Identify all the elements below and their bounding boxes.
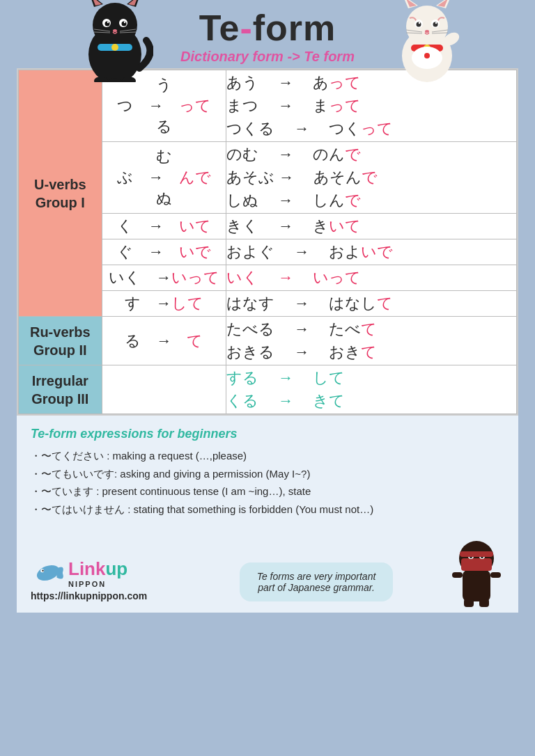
example-line: あう → あって: [226, 72, 516, 93]
main-table-wrapper: U-verbs Group I う つ → って る あう → あって: [17, 68, 518, 416]
title-form: form: [253, 8, 336, 48]
example-line: まつ → まって: [226, 95, 516, 116]
example-line: くる → きて: [226, 391, 516, 411]
svg-point-34: [425, 30, 429, 33]
ru-verbs-label-text: Ru-verbs Group II: [19, 323, 102, 359]
header-subtitle: Dictionary form -> Te form: [180, 49, 355, 65]
header-center: Te-form Dictionary form -> Te form: [180, 7, 355, 65]
speech-bubble-text: Te forms are very important part of Japa…: [257, 571, 376, 593]
rule-text: む ぶ → んで ぬ: [102, 146, 226, 209]
u-verbs-label: U-verbs Group I: [19, 70, 102, 317]
example-cell-su: はなす → はなして: [226, 291, 517, 317]
footer-title: Te-form expressions for beginners: [31, 427, 504, 441]
rule-text: す →して: [102, 293, 226, 314]
svg-point-1: [93, 3, 137, 47]
black-cat-icon: [77, 0, 153, 68]
svg-rect-58: [479, 599, 489, 607]
svg-point-12: [113, 29, 117, 32]
rule-cell-irregular: [102, 365, 226, 414]
footer-section: Te-form expressions for beginners ・〜てくださ…: [17, 416, 518, 525]
speech-bubble: Te forms are very important part of Japa…: [240, 562, 393, 601]
svg-point-43: [424, 53, 430, 58]
rule-text: ぐ → いで: [102, 242, 226, 262]
example-line: あそぶ→ あそんで: [226, 167, 516, 188]
footer-bottom: Linkup NIPPON https://linkupnippon.com T…: [17, 525, 518, 613]
example-cell-gu: およぐ → およいで: [226, 239, 517, 265]
rule-cell-iku: いく →いって: [102, 265, 226, 291]
page-title: Te-form: [199, 7, 336, 49]
example-line: たべる → たべて: [226, 319, 516, 340]
table-row: Ru-verbs Group II る → て たべる → たべて おきる → …: [19, 317, 517, 365]
rule-cell-su: す →して: [102, 291, 226, 317]
example-line: きく → きいて: [226, 216, 516, 237]
svg-rect-56: [490, 572, 501, 578]
svg-rect-55: [452, 572, 463, 578]
title-hyphen: -: [240, 8, 252, 48]
logo-area: Linkup NIPPON https://linkupnippon.com: [31, 556, 147, 601]
footer-item-1: ・〜てください : making a request (…,please): [31, 447, 504, 465]
example-line: する → して: [226, 368, 516, 388]
lucky-cat-icon: [389, 0, 465, 68]
svg-rect-57: [464, 599, 474, 607]
speech-bubble-area: Te forms are very important part of Japa…: [240, 532, 504, 601]
example-line: はなす → はなして: [226, 293, 516, 314]
ninja-icon: [449, 532, 504, 608]
rule-text: く → いて: [102, 216, 226, 237]
svg-point-11: [124, 22, 125, 23]
irregular-label: Irregular Group III: [19, 365, 102, 414]
example-cell-ru: たべる → たべて おきる → おきて: [226, 317, 517, 365]
footer-item-3: ・〜ています : present continuous tense (I am …: [31, 482, 504, 501]
rule-cell-mubunu: む ぶ → んで ぬ: [102, 142, 226, 214]
example-line: おきる → おきて: [226, 342, 516, 363]
example-line: しぬ → しんで: [226, 190, 516, 211]
example-line: のむ → のんで: [226, 144, 516, 165]
title-te: Te: [199, 8, 240, 48]
u-verbs-label-text: U-verbs Group I: [19, 175, 102, 212]
svg-point-18: [111, 44, 118, 51]
rule-text: う つ → って る: [102, 74, 226, 137]
footer-item-2: ・〜てもいいです: asking and giving a permission…: [31, 465, 504, 483]
svg-point-23: [406, 6, 448, 47]
example-cell-ku: きく → きいて: [226, 214, 517, 239]
table-row: Irregular Group III する → して くる →: [19, 365, 517, 414]
example-line: およぐ → およいで: [226, 242, 516, 262]
footer-item-4: ・〜てはいけません : stating that something is fo…: [31, 501, 504, 519]
conjugation-table: U-verbs Group I う つ → って る あう → あって: [18, 70, 517, 414]
example-cell-mubunu: のむ → のんで あそぶ→ あそんで しぬ → しんで: [226, 142, 517, 214]
svg-point-32: [419, 22, 420, 24]
linkup-text: Linkup NIPPON: [68, 558, 127, 588]
svg-point-46: [42, 569, 44, 572]
svg-point-33: [435, 22, 437, 24]
example-line: いく → いって: [226, 267, 516, 288]
irregular-label-text: Irregular Group III: [19, 372, 102, 408]
ninja-figure: [449, 532, 504, 601]
example-line: つくる → つくって: [226, 118, 516, 139]
header: Te-form Dictionary form -> Te form: [0, 0, 535, 68]
linkup-logo: Linkup NIPPON: [31, 556, 127, 590]
svg-rect-54: [460, 551, 493, 557]
example-cell-iku: いく → いって: [226, 265, 517, 291]
rule-cell-ku: く → いて: [102, 214, 226, 239]
koi-icon: [31, 556, 65, 590]
nippon-text: NIPPON: [68, 580, 127, 588]
rule-cell-gu: ぐ → いで: [102, 239, 226, 265]
website-url: https://linkupnippon.com: [31, 590, 147, 601]
rule-text: いく →いって: [102, 267, 226, 288]
svg-point-10: [107, 22, 109, 23]
rule-cell-ru: る → て: [102, 317, 226, 365]
svg-rect-49: [461, 558, 492, 571]
ru-verbs-label: Ru-verbs Group II: [19, 317, 102, 365]
example-cell-irregular: する → して くる → きて: [226, 365, 517, 414]
example-cell-utsu: あう → あって まつ → まって つくる → つくって: [226, 70, 517, 142]
rule-text: る → て: [102, 331, 226, 352]
